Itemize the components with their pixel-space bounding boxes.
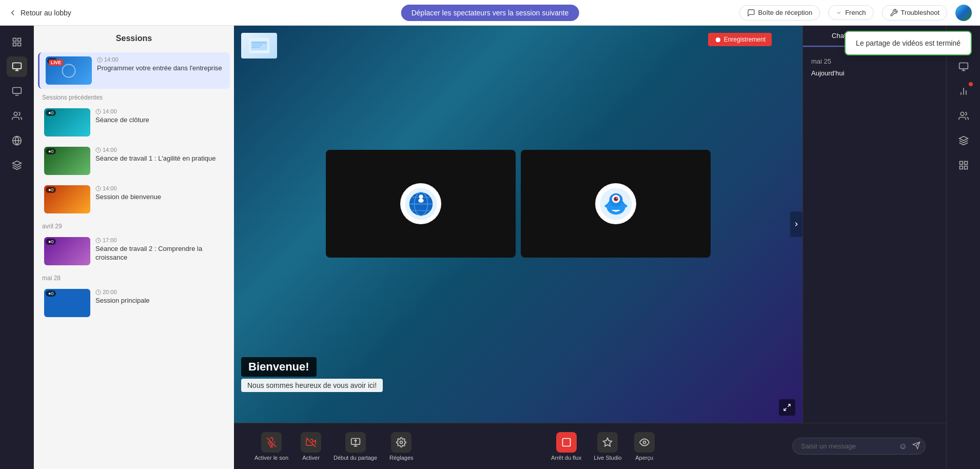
nav-session-icon[interactable] bbox=[7, 56, 27, 77]
session-item-3[interactable]: ●0 14:00 Séance de travail 1 : L'agilité… bbox=[38, 143, 230, 179]
topbar: Retour au lobby Déplacer les spectateurs… bbox=[0, 0, 980, 26]
stop-stream-button[interactable]: Arrêt du flux bbox=[551, 432, 581, 461]
video-chat-row: ⏺ Enregistrement bbox=[234, 26, 946, 423]
session-name-3: Séance de travail 1 : L'agilité en prati… bbox=[95, 154, 224, 163]
svg-point-12 bbox=[63, 64, 75, 77]
cam-button[interactable]: Activer bbox=[301, 432, 321, 461]
svg-rect-56 bbox=[959, 63, 968, 69]
video-grid bbox=[326, 150, 711, 258]
notification-box: Le partage de vidéos est terminé bbox=[845, 31, 972, 55]
svg-line-42 bbox=[784, 408, 787, 411]
chat-date-may25: mai 25 bbox=[811, 55, 938, 67]
sessions-panel: Sessions LIVE ●2 14:00 Program bbox=[34, 26, 234, 469]
nav-globe-icon[interactable] bbox=[7, 130, 27, 151]
expand-button[interactable] bbox=[779, 399, 795, 416]
svg-rect-65 bbox=[964, 162, 967, 165]
live-studio-button[interactable]: Live Studio bbox=[594, 432, 621, 461]
sessions-title: Sessions bbox=[34, 26, 234, 51]
chat-panel: Chat Privé mai 25 Aujourd'hui bbox=[802, 26, 946, 423]
mic-button[interactable]: Activer le son bbox=[254, 432, 288, 461]
session-info-5: 17:00 Séance de travail 2 : Comprendre l… bbox=[95, 237, 224, 265]
session-info-4: 14:00 Session de bienvenue bbox=[95, 185, 224, 213]
preview-label: Aperçu bbox=[635, 455, 653, 461]
share-icon bbox=[345, 432, 366, 453]
session-item-2[interactable]: ●0 14:00 Séance de clôture bbox=[38, 104, 230, 141]
back-button[interactable]: Retour au lobby bbox=[8, 8, 71, 17]
svg-rect-2 bbox=[13, 43, 16, 46]
wrench-icon bbox=[890, 9, 898, 17]
inbox-icon bbox=[747, 9, 755, 17]
video-card-2 bbox=[521, 150, 711, 258]
bottom-controls: Activer le son Activer bbox=[234, 423, 946, 469]
language-button[interactable]: French bbox=[828, 5, 873, 20]
chat-date-today: Aujourd'hui bbox=[811, 67, 938, 79]
send-button[interactable] bbox=[912, 441, 920, 452]
svg-rect-23 bbox=[252, 47, 260, 48]
right-nav-users-icon[interactable] bbox=[953, 106, 974, 126]
right-sidebar bbox=[946, 26, 980, 469]
svg-rect-52 bbox=[562, 438, 570, 446]
inbox-label: Boîte de réception bbox=[758, 9, 813, 16]
main-layout: Sessions LIVE ●2 14:00 Program bbox=[0, 26, 980, 469]
topbar-center: Déplacer les spectateurs vers la session… bbox=[401, 5, 579, 21]
back-label: Retour au lobby bbox=[21, 9, 71, 17]
stop-label: Arrêt du flux bbox=[551, 455, 581, 461]
svg-rect-64 bbox=[959, 162, 963, 165]
next-slide-button[interactable] bbox=[790, 211, 802, 237]
stop-stream-icon bbox=[556, 432, 577, 453]
share-label: Début du partage bbox=[334, 455, 377, 461]
welcome-banner: Bienvenue! Nous sommes heureux de vous a… bbox=[241, 357, 383, 392]
date-divider-april: avril 29 bbox=[34, 219, 234, 232]
svg-line-41 bbox=[788, 404, 790, 407]
svg-point-31 bbox=[418, 199, 423, 203]
session-time-4: 14:00 bbox=[95, 185, 224, 191]
session-time-2: 14:00 bbox=[95, 108, 224, 114]
session-item-live[interactable]: LIVE ●2 14:00 Programmer votre entrée da… bbox=[38, 52, 230, 89]
controls-left: Activer le son Activer bbox=[254, 432, 414, 461]
language-label: French bbox=[845, 9, 866, 16]
session-thumb-5: ●0 bbox=[44, 237, 90, 265]
sessions-previous-label: Sessions précédentes bbox=[34, 90, 234, 103]
nav-team-icon[interactable] bbox=[7, 155, 27, 175]
session-info-3: 14:00 Séance de travail 1 : L'agilité en… bbox=[95, 147, 224, 175]
settings-button[interactable]: Réglages bbox=[389, 432, 413, 461]
move-spectators-button[interactable]: Déplacer les spectateurs vers la session… bbox=[401, 5, 579, 21]
nav-grid-icon[interactable] bbox=[7, 32, 27, 52]
slide-thumbnail[interactable] bbox=[241, 33, 277, 58]
share-button[interactable]: Début du partage bbox=[334, 432, 377, 461]
svg-point-30 bbox=[419, 194, 423, 199]
svg-rect-67 bbox=[964, 166, 967, 169]
back-arrow-icon bbox=[8, 8, 17, 17]
right-nav-grid-icon[interactable] bbox=[953, 155, 974, 175]
cam-label: Activer bbox=[302, 455, 320, 461]
right-nav-analytics-icon[interactable] bbox=[953, 81, 974, 102]
session-name-6: Session principale bbox=[95, 297, 224, 305]
session-name-2: Séance de clôture bbox=[95, 116, 224, 125]
welcome-title: Bienvenue! bbox=[241, 357, 317, 377]
session-time-live: 14:00 bbox=[97, 56, 224, 63]
emoji-button[interactable]: ☺ bbox=[899, 442, 907, 451]
svg-point-38 bbox=[616, 198, 617, 199]
nav-monitor-icon[interactable] bbox=[7, 81, 27, 102]
session-thumb-6: ●0 bbox=[44, 289, 90, 317]
session-time-3: 14:00 bbox=[95, 147, 224, 153]
right-nav-screen-icon[interactable] bbox=[953, 56, 974, 77]
live-badge: LIVE bbox=[49, 60, 63, 66]
svg-rect-3 bbox=[17, 43, 21, 46]
right-nav-layers-icon[interactable] bbox=[953, 130, 974, 151]
session-name-4: Session de bienvenue bbox=[95, 193, 224, 202]
avatar-monster bbox=[595, 183, 636, 224]
preview-button[interactable]: Aperçu bbox=[634, 432, 655, 461]
inbox-button[interactable]: Boîte de réception bbox=[739, 5, 820, 21]
session-item-4[interactable]: ●0 14:00 Session de bienvenue bbox=[38, 181, 230, 218]
nav-users-icon[interactable] bbox=[7, 106, 27, 126]
svg-point-62 bbox=[961, 112, 964, 116]
session-thumb-2: ●0 bbox=[44, 108, 90, 136]
session-item-5[interactable]: ●0 17:00 Séance de travail 2 : Comprendr… bbox=[38, 233, 230, 269]
session-item-6[interactable]: ●0 20:00 Session principale bbox=[38, 285, 230, 321]
svg-marker-63 bbox=[959, 136, 968, 141]
user-avatar[interactable] bbox=[955, 5, 972, 21]
troubleshoot-button[interactable]: Troubleshoot bbox=[882, 5, 947, 21]
session-info-6: 20:00 Session principale bbox=[95, 289, 224, 317]
notification-text: Le partage de vidéos est terminé bbox=[856, 39, 961, 47]
